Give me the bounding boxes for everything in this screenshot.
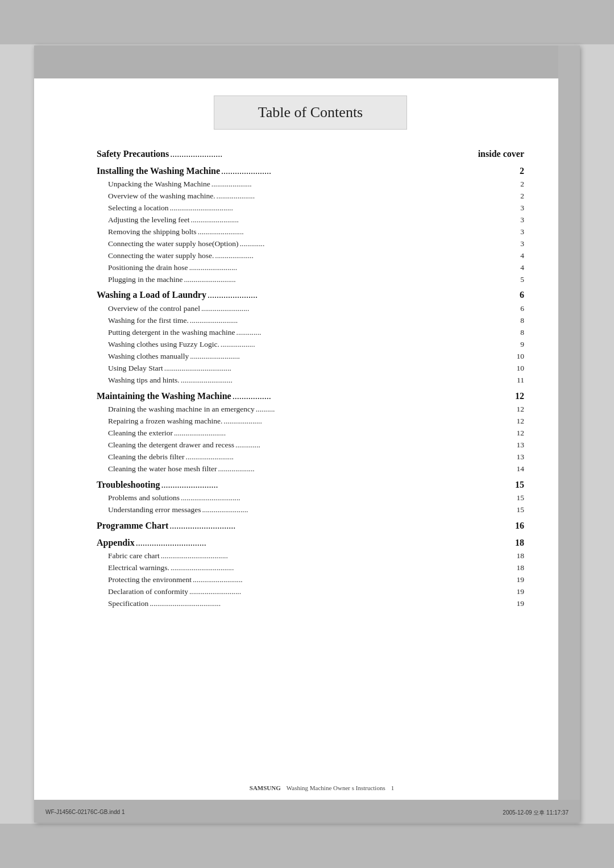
toc-sub-page: 10 [517,363,525,375]
toc-sub-dots: ................................. [168,202,520,214]
page: Table of Contents Safety Precautions ...… [34,45,580,823]
toc-sub-text: Declaration of conformity [108,586,188,598]
toc-sub-page: 3 [520,214,524,226]
toc-sub-page: 3 [520,238,524,250]
toc-sub-entry: Washing clothes manually ...............… [97,351,524,363]
toc-sub-page: 3 [520,226,524,238]
toc-dots: ............................... [135,535,515,550]
toc-sub-entry: Draining the washing machine in an emerg… [97,404,524,416]
toc-sub-dots: ............................... [180,492,516,504]
toc-sub-text: Draining the washing machine in an emerg… [108,404,255,416]
toc-sub-dots: .................... [214,250,520,262]
toc-sub-entry: Selecting a location ...................… [97,202,524,214]
footer-page: 1 [391,784,395,791]
toc-sub-page: 10 [517,351,525,363]
toc-section-group: Appendix ...............................… [97,535,524,610]
toc-sub-dots: ................................... [160,550,517,562]
toc-section-group: Safety Precautions .....................… [97,147,524,161]
toc-dots: ....................... [169,147,478,161]
toc-sub-entry: Washing for the first time. ............… [97,315,524,327]
toc-section-group: Installing the Washing Machine .........… [97,164,524,286]
toc-main-entry: Appendix ...............................… [97,535,524,550]
toc-sub-page: 19 [517,574,525,586]
toc-sub-page: 19 [517,598,525,610]
toc-sub-text: Selecting a location [108,202,168,214]
doc-footer: WF-J1456C-02176C-GB.indd 1 2005-12-09 오후… [34,809,580,817]
toc-sub-dots: ......................... [190,214,521,226]
toc-sub-page: 18 [517,550,525,562]
toc-sub-text: Washing clothes using Fuzzy Logic. [108,339,219,351]
toc-page-num: 15 [515,477,524,492]
toc-section-group: Troubleshooting ........................… [97,477,524,516]
toc-sub-dots: ........................... [180,375,517,387]
toc-sub-entry: Unpacking the Washing Machine ..........… [97,178,524,190]
toc-sub-page: 15 [517,504,525,516]
toc-sub-text: Repairing a frozen washing machine. [108,416,222,427]
right-sidebar-bar [558,45,580,823]
toc-sub-page: 11 [517,375,524,387]
toc-section-group: Maintaining the Washing Machine ........… [97,389,524,475]
toc-sub-dots: .......................... [189,351,516,363]
toc-sub-text: Adjusting the leveling feet [108,214,190,226]
toc-sub-dots: .................. [219,339,520,351]
toc-dots: ............................. [168,518,515,533]
toc-sub-text: Cleaning the exterior [108,427,173,439]
toc-sub-dots: ................................... [163,363,517,375]
toc-main-text: Appendix [97,535,135,550]
toc-sub-page: 4 [520,250,524,262]
toc-dots: ......................... [160,477,515,492]
toc-sub-entry: Connecting the water supply hose. ......… [97,250,524,262]
toc-entries: Safety Precautions .....................… [97,147,524,610]
toc-sub-page: 12 [517,404,525,416]
toc-sub-text: Understanding error messages [108,504,201,516]
footer-text: Washing Machine Owner s Instructions [287,784,385,791]
toc-sub-text: Using Delay Start [108,363,163,375]
toc-sub-entry: Overview of the washing machine. .......… [97,190,524,202]
toc-dots: ...................... [206,288,520,302]
toc-main-entry: Troubleshooting ........................… [97,477,524,492]
toc-sub-page: 13 [517,439,525,451]
toc-sub-text: Overview of the washing machine. [108,190,215,202]
toc-main-text: Safety Precautions [97,147,169,161]
toc-sub-dots: ......................... [200,303,520,315]
toc-sub-page: 12 [517,416,525,427]
toc-page-num: inside cover [478,147,524,161]
toc-sub-page: 12 [517,427,525,439]
toc-sub-entry: Cleaning the debris filter .............… [97,451,524,463]
toc-sub-text: Removing the shipping bolts [108,226,197,238]
toc-sub-text: Cleaning the water hose mesh filter [108,463,217,475]
toc-sub-dots: ........................ [197,226,521,238]
toc-section-group: Washing a Load of Laundry ..............… [97,288,524,386]
toc-sub-entry: Declaration of conformity ..............… [97,586,524,598]
toc-sub-entry: Repairing a frozen washing machine. ....… [97,416,524,427]
toc-sub-dots: ..................................... [148,598,516,610]
toc-sub-text: Connecting the water supply hose. [108,250,214,262]
toc-main-entry: Safety Precautions .....................… [97,147,524,161]
toc-sub-text: Washing for the first time. [108,315,189,327]
toc-page-num: 18 [515,535,524,550]
toc-sub-page: 2 [520,178,524,190]
toc-sub-page: 6 [520,303,524,315]
toc-sub-page: 14 [517,463,525,475]
toc-sub-page: 5 [520,274,524,286]
toc-sub-entry: Fabric care chart ......................… [97,550,524,562]
toc-sub-text: Plugging in the machine [108,274,183,286]
toc-sub-dots: ................... [217,463,517,475]
toc-sub-page: 15 [517,492,525,504]
toc-sub-dots: ............. [234,439,516,451]
toc-sub-entry: Problems and solutions .................… [97,492,524,504]
toc-sub-page: 18 [517,562,525,574]
toc-page-num: 16 [515,518,524,533]
toc-sub-text: Washing tips and hints. [108,375,180,387]
toc-sub-dots: ............. [235,327,521,339]
toc-sub-page: 13 [517,451,525,463]
toc-sub-text: Electrical warnings. [108,562,169,574]
toc-section-group: Programme Chart ........................… [97,518,524,533]
toc-main-entry: Installing the Washing Machine .........… [97,164,524,178]
toc-sub-page: 2 [520,190,524,202]
toc-sub-dots: .................... [215,190,521,202]
toc-main-entry: Maintaining the Washing Machine ........… [97,389,524,404]
toc-sub-page: 8 [520,327,524,339]
toc-sub-dots: ......................... [188,262,521,274]
toc-sub-text: Connecting the water supply hose(Option) [108,238,238,250]
